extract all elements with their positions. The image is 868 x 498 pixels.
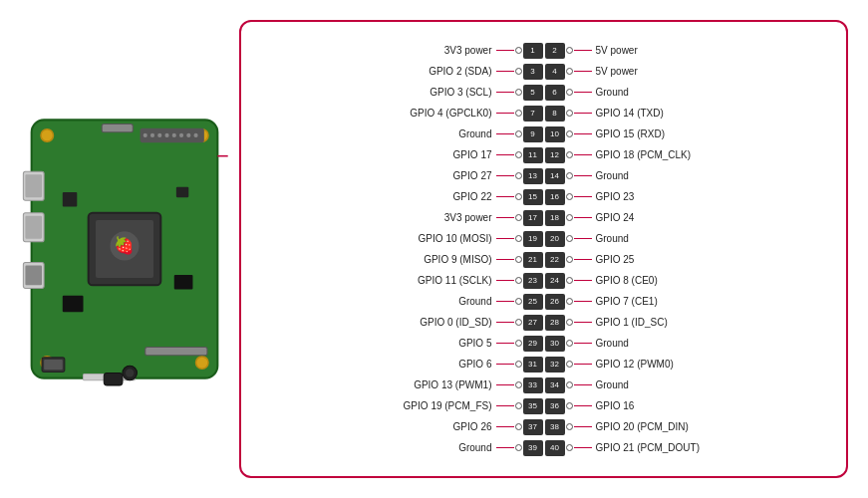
pin-num-left-13: 13 [523, 168, 543, 184]
pin-num-left-25: 25 [523, 294, 543, 310]
left-label-33: GPIO 13 (PWM1) [357, 379, 496, 390]
pin-row-33-34: GPIO 13 (PWM1) 33 34 Ground [253, 375, 834, 395]
left-line-21 [496, 259, 514, 261]
left-line-15 [496, 196, 514, 198]
left-dot-7 [515, 110, 522, 117]
right-label-28: GPIO 1 (ID_SC) [592, 317, 731, 328]
pin-row-3-4: GPIO 2 (SDA) 3 4 5V power [253, 62, 834, 82]
pin-num-right-12: 12 [545, 147, 565, 163]
pin-num-left-33: 33 [523, 377, 543, 393]
left-label-27: GPIO 0 (ID_SD) [357, 317, 496, 328]
pin-num-left-1: 1 [523, 43, 543, 59]
pin-num-right-20: 20 [545, 231, 565, 247]
left-dot-27 [515, 319, 522, 326]
left-dot-15 [515, 193, 522, 200]
pin-row-13-14: GPIO 27 13 14 Ground [253, 166, 834, 186]
pin-num-left-19: 19 [523, 231, 543, 247]
left-label-3: GPIO 2 (SDA) [357, 66, 496, 77]
left-dot-13 [515, 172, 522, 179]
pin-num-left-23: 23 [523, 273, 543, 289]
right-line-40 [574, 447, 592, 449]
pin-num-left-9: 9 [523, 126, 543, 142]
pin-row-1-2: 3V3 power 1 2 5V power [253, 41, 834, 61]
gpio-diagram: 3V3 power 1 2 5V power GPIO 2 (SDA) 3 4 … [239, 20, 848, 478]
left-label-9: Ground [357, 128, 496, 139]
right-line-6 [574, 92, 592, 94]
svg-point-1 [41, 129, 53, 141]
pin-row-11-12: GPIO 17 11 12 GPIO 18 (PCM_CLK) [253, 145, 834, 165]
right-label-14: Ground [592, 170, 731, 181]
svg-rect-19 [25, 266, 42, 286]
left-dot-1 [515, 47, 522, 54]
left-dot-11 [515, 151, 522, 158]
left-label-29: GPIO 5 [357, 338, 496, 349]
right-dot-28 [566, 319, 573, 326]
left-line-1 [496, 50, 514, 52]
pin-row-15-16: GPIO 22 15 16 GPIO 23 [253, 187, 834, 207]
left-dot-33 [515, 381, 522, 388]
pin-num-right-14: 14 [545, 168, 565, 184]
right-dot-36 [566, 402, 573, 409]
left-label-7: GPIO 4 (GPCLK0) [357, 108, 496, 119]
pin-row-5-6: GPIO 3 (SCL) 5 6 Ground [253, 83, 834, 103]
svg-rect-15 [25, 174, 42, 197]
left-label-15: GPIO 22 [357, 191, 496, 202]
pin-num-right-36: 36 [545, 398, 565, 414]
pin-row-7-8: GPIO 4 (GPCLK0) 7 8 GPIO 14 (TXD) [253, 104, 834, 124]
right-label-24: GPIO 8 (CE0) [592, 275, 731, 286]
right-label-8: GPIO 14 (TXD) [592, 108, 731, 119]
pin-row-21-22: GPIO 9 (MISO) 21 22 GPIO 25 [253, 250, 834, 270]
right-line-16 [574, 196, 592, 198]
pin-num-right-38: 38 [545, 419, 565, 435]
svg-point-12 [186, 133, 190, 137]
right-line-38 [574, 426, 592, 428]
pin-row-25-26: Ground 25 26 GPIO 7 (CE1) [253, 292, 834, 312]
right-dot-38 [566, 423, 573, 430]
right-label-20: Ground [592, 233, 731, 244]
svg-rect-33 [176, 187, 188, 197]
svg-rect-17 [25, 216, 42, 239]
right-label-16: GPIO 23 [592, 191, 731, 202]
pin-num-right-16: 16 [545, 189, 565, 205]
left-label-11: GPIO 17 [357, 149, 496, 160]
right-dot-22 [566, 256, 573, 263]
left-label-21: GPIO 9 (MISO) [357, 254, 496, 265]
left-line-39 [496, 447, 514, 449]
svg-rect-20 [102, 124, 133, 132]
right-dot-16 [566, 193, 573, 200]
pin-row-17-18: 3V3 power 17 18 GPIO 24 [253, 208, 834, 228]
right-line-32 [574, 364, 592, 366]
left-line-5 [496, 92, 514, 94]
left-line-13 [496, 175, 514, 177]
right-line-2 [574, 50, 592, 52]
left-label-5: GPIO 3 (SCL) [357, 87, 496, 98]
right-dot-2 [566, 47, 573, 54]
left-dot-23 [515, 277, 522, 284]
right-label-18: GPIO 24 [592, 212, 731, 223]
right-dot-32 [566, 361, 573, 368]
left-label-31: GPIO 6 [357, 359, 496, 370]
pin-num-right-40: 40 [545, 440, 565, 456]
right-line-20 [574, 238, 592, 240]
left-dot-19 [515, 235, 522, 242]
left-dot-5 [515, 89, 522, 96]
svg-rect-32 [63, 192, 78, 207]
svg-point-8 [157, 133, 161, 137]
svg-point-11 [179, 133, 183, 137]
right-dot-10 [566, 130, 573, 137]
left-label-13: GPIO 27 [357, 170, 496, 181]
right-label-2: 5V power [592, 45, 731, 56]
pin-num-left-3: 3 [523, 64, 543, 80]
pin-num-right-24: 24 [545, 273, 565, 289]
left-line-9 [496, 133, 514, 135]
left-dot-9 [515, 130, 522, 137]
right-dot-4 [566, 68, 573, 75]
right-label-12: GPIO 18 (PCM_CLK) [592, 149, 731, 160]
right-dot-14 [566, 172, 573, 179]
right-line-14 [574, 175, 592, 177]
left-line-7 [496, 113, 514, 115]
pin-row-27-28: GPIO 0 (ID_SD) 27 28 GPIO 1 (ID_SC) [253, 313, 834, 333]
pin-num-left-35: 35 [523, 398, 543, 414]
pin-num-left-15: 15 [523, 189, 543, 205]
right-label-38: GPIO 20 (PCM_DIN) [592, 421, 731, 432]
